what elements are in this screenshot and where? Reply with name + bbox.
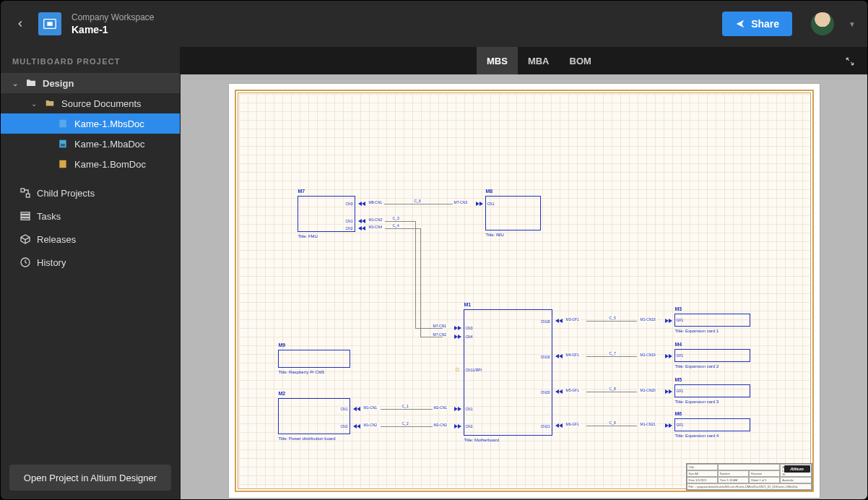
net-name: C_4 [391,223,401,228]
file-mbadoc[interactable]: Kame-1.MbaDoc [1,134,180,154]
view-tabs: MBS MBA BOM [181,47,867,74]
back-button[interactable] [12,12,28,36]
net-label: M4-GF1 [565,353,581,357]
arrow-icon [357,424,360,428]
pin-label: GF1 [677,353,684,358]
wire [415,328,443,329]
net-label: M2-CN1 [433,405,449,410]
module-title: Title: Motherboard [464,438,499,442]
tree-source-docs[interactable]: ⌄ Source Documents [1,93,180,113]
open-in-designer-button[interactable]: Open Project in Altium Designer [9,465,171,491]
project-icon [38,12,61,35]
arrow-icon [669,354,672,358]
share-icon [735,19,745,29]
module-id: M4 [675,342,682,347]
module-m9[interactable]: M9 Title: Raspberry Pi CM3 [278,350,350,368]
pin-label: GF1 [677,423,684,427]
net-label: M1-CN3 [368,217,384,222]
arrow-icon [559,354,563,358]
share-label: Share [751,18,779,30]
workspace-label: Company Workspace [71,12,155,22]
user-menu-caret[interactable]: ▼ [849,20,856,28]
net-label: M1-CN18 [639,317,657,322]
module-m2[interactable]: M2 Title: Power distribution board CN1 C… [278,398,350,434]
module-m7[interactable]: M7 Title: FMU CN3 CN1 CN2 [298,196,355,232]
module-title: Title: Power distribution board [279,436,336,441]
arrow-icon [362,219,365,223]
sidebar-section-label: MULTIBOARD PROJECT [1,47,180,73]
tasks-icon [19,210,31,222]
net-label: M8-CN1 [368,200,384,204]
wire [385,228,420,229]
altium-logo: Altium [784,465,810,473]
sidebar: MULTIBOARD PROJECT ⌄ Design ⌄ Source Doc… [1,47,181,499]
tab-mbs[interactable]: MBS [477,47,518,74]
nav-child-projects[interactable]: Child Projects [1,181,180,204]
wire [381,426,433,427]
net-label: M1-CN19 [639,353,657,357]
module-id: M6 [675,411,682,416]
module-m6[interactable]: M6 Title: Expansion card 4 GF1 [674,418,750,431]
module-id: M9 [279,342,286,348]
pin-label: CN2 [345,226,352,230]
nav-history[interactable]: History [1,251,180,274]
source-docs-label: Source Documents [61,98,142,109]
tb-date: Date 1/1/2021 [687,477,718,483]
module-m3[interactable]: M3 Title: Expansion card 1 GF1 [674,314,750,327]
net-label: M1-CN1 [363,405,379,410]
net-name: C_6 [413,199,422,203]
arrow-icon [362,226,365,230]
module-id: M7 [298,189,305,194]
net-label: M7-CN1 [432,324,448,328]
user-avatar[interactable] [811,12,834,35]
net-label: M7-CN3 [453,200,469,204]
chevron-down-icon: ⌄ [12,79,19,87]
tb-sheet: Sheet 1 of 1 [749,477,780,483]
fullscreen-icon[interactable] [845,56,855,69]
pin-label: GF1 [677,389,684,393]
net-name: C_3 [391,216,401,220]
file-bomdoc[interactable]: Kame-1.BomDoc [1,154,180,174]
title-block: Altium Title Altium Limited L8, 100 Sunb… [686,463,812,491]
module-m4[interactable]: M4 Title: Expansion card 2 GF1 [674,349,750,362]
wire [586,392,637,392]
module-m1[interactable]: M1 Title: Motherboard CN3 CN4 CN11/RPI C… [464,309,552,436]
module-title: Title: Expansion card 4 [675,434,719,438]
module-m5[interactable]: M5 Title: Expansion card 3 GF1 [674,384,750,397]
share-button[interactable]: Share [722,12,792,36]
nav-tasks[interactable]: Tasks [1,204,180,228]
pin-label: CN1 [345,219,352,223]
file-mbsdoc[interactable]: Kame-1.MbsDoc [1,113,180,134]
file-name: Kame-1.MbaDoc [74,139,145,150]
arrow-icon [669,319,672,323]
history-icon [19,257,31,268]
pin-label: CN2 [340,424,347,428]
tab-bom[interactable]: BOM [560,47,602,74]
pin-label: CN18 [541,319,550,324]
schematic-canvas[interactable]: M7 Title: FMU CN3 CN1 CN2 M8-CN1 C_6 M7-… [181,74,867,499]
svg-rect-8 [21,212,30,215]
net-label: M3-GF1 [565,317,581,322]
arrow-icon [559,319,563,323]
net-label: M1-CN2 [363,423,379,427]
tb-time: Time 1:10 AM [718,477,749,483]
child-projects-icon [19,187,31,199]
svg-rect-6 [21,189,25,192]
nav-releases[interactable]: Releases [1,228,180,251]
tab-mba[interactable]: MBA [518,47,560,74]
arrow-icon [458,335,461,339]
module-id: M3 [675,306,682,311]
arrow-icon [362,202,365,206]
wire [420,228,421,337]
schematic-sheet: M7 Title: FMU CN3 CN1 CN2 M8-CN1 C_6 M7-… [228,83,820,499]
net-label: M5-GF1 [565,388,581,392]
module-m8[interactable]: M8 Title: IMU CN1 [485,196,541,230]
module-title: Title: Raspberry Pi CM3 [279,370,324,374]
design-label: Design [43,78,74,89]
tree-design[interactable]: ⌄ Design [1,73,180,93]
wire [385,221,415,222]
module-id: M1 [464,302,472,307]
net-name: C_8 [608,387,617,391]
pin-label: CN3 [345,202,352,206]
releases-icon [19,233,31,245]
